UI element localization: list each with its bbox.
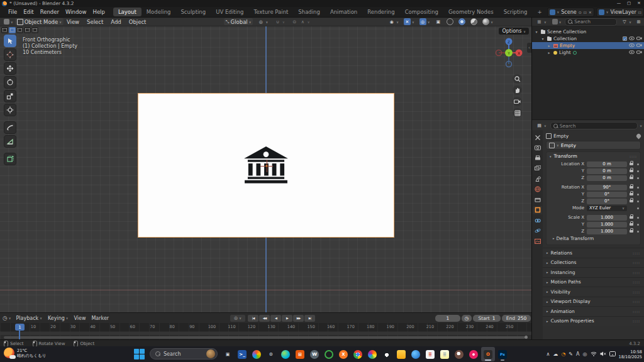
touchpad-icon[interactable] (609, 351, 616, 358)
animate-dot[interactable] (637, 207, 639, 209)
annotate-tool-button[interactable] (4, 121, 16, 134)
taskbar-app-github[interactable] (380, 347, 394, 361)
value-field[interactable]: 90° (587, 185, 627, 190)
jump-to-end-button[interactable]: ▶| (304, 315, 315, 322)
pivot-selector[interactable]: ◎∨ (255, 18, 270, 25)
value-field[interactable]: 0° (587, 199, 627, 204)
onedrive-icon[interactable]: ☁ (553, 351, 558, 357)
constraints-properties-tab[interactable] (533, 216, 542, 224)
animate-dot[interactable] (637, 200, 639, 202)
eye-icon[interactable] (629, 50, 635, 55)
workspace-tab-texture-paint[interactable]: Texture Paint (249, 8, 294, 16)
panel-section-animation[interactable]: ▸Animation:::: (543, 306, 644, 316)
auto-keying-toggle[interactable]: ◎∨ (230, 315, 245, 322)
shading-wireframe[interactable] (445, 18, 455, 25)
workspace-tab-uv-editing[interactable]: UV Editing (211, 8, 248, 16)
copy-scene-icon[interactable]: ⊡ (584, 10, 587, 14)
proportional-editing[interactable]: ⊙∧∨ (289, 18, 312, 25)
object-properties-tab[interactable] (533, 206, 542, 214)
workspace-tab-compositing[interactable]: Compositing (400, 8, 443, 16)
gizmos-toggle[interactable]: ✕∨ (402, 18, 416, 25)
snap-toggle[interactable]: ∪∨ (272, 18, 287, 25)
speaker-muted-icon[interactable] (600, 351, 606, 358)
pan-hand-icon[interactable] (513, 85, 522, 95)
measure-tool-button[interactable] (4, 135, 16, 148)
taskbar-search[interactable]: Search (150, 348, 218, 359)
shading-solid[interactable] (457, 18, 467, 25)
workspace-tab-geometry-nodes[interactable]: Geometry Nodes (443, 8, 499, 16)
viewlayer-selector[interactable]: ∨ ViewLayer ⊡ (596, 8, 644, 17)
expand-arrow[interactable]: ▸ (547, 43, 552, 48)
camera-restrict-icon[interactable] (636, 43, 642, 48)
animate-dot[interactable] (637, 194, 639, 195)
render-properties-tab[interactable] (533, 144, 542, 152)
menu-render[interactable]: Render (37, 8, 62, 16)
taskbar-app-w-app[interactable]: W (308, 347, 321, 361)
tray-orange-icon[interactable]: ◔ (561, 351, 565, 357)
taskbar-app-blue-app[interactable] (409, 347, 423, 361)
empty-image-plane[interactable] (138, 93, 394, 238)
jump-to-start-button[interactable]: |◀ (248, 315, 258, 322)
taskbar-app-edge-globe[interactable] (279, 347, 292, 361)
playhead-line[interactable] (19, 331, 20, 339)
timeline-scroll-handle[interactable] (525, 336, 528, 339)
animate-dot[interactable] (637, 217, 639, 219)
value-field[interactable]: 1.000 (587, 222, 627, 228)
play-button[interactable]: ▶ (282, 315, 292, 322)
taskbar-app-gimp[interactable] (452, 347, 466, 361)
visibility-dropdown[interactable]: ◉∨ (386, 18, 401, 25)
taskbar-app-chrome[interactable] (351, 347, 365, 361)
lock-icon[interactable] (630, 216, 634, 219)
world-properties-tab[interactable] (533, 185, 542, 194)
expand-arrow[interactable]: ▾ (540, 36, 545, 41)
taskbar-app-pink-flower-app[interactable] (467, 347, 480, 361)
outliner-row-empty[interactable]: ▸Empty (532, 42, 644, 49)
taskbar-app-copilot[interactable] (250, 347, 264, 361)
lock-icon[interactable] (630, 192, 634, 196)
mode-selector[interactable]: Object Mode∨ (15, 18, 64, 25)
stopwatch-icon[interactable]: ◷ (462, 315, 472, 322)
properties-options-caret[interactable]: ∨ (640, 124, 642, 128)
outliner-row-light[interactable]: ▸Light (532, 49, 644, 56)
mode-select[interactable]: XYZ Euler∨ (587, 206, 627, 211)
zoom-tool-icon[interactable] (513, 74, 522, 84)
close-button[interactable]: ✕ (634, 0, 644, 7)
start-button[interactable] (133, 348, 145, 360)
timeline-menu-keying[interactable]: Keying∨ (48, 315, 69, 321)
output-properties-tab[interactable] (533, 154, 542, 162)
weather-widget[interactable]: 21°C 晴れのちくもり (4, 348, 46, 358)
workspace-tab-layout[interactable]: Layout (113, 8, 142, 16)
tray-expand[interactable]: ∧ (547, 351, 550, 357)
timeline-menu-marker[interactable]: Marker (91, 315, 109, 321)
timeline-menu-playback[interactable]: Playback∨ (16, 315, 42, 321)
select-lasso-tool-icon[interactable] (24, 27, 31, 33)
timeline-scrollbar[interactable] (4, 336, 525, 339)
taskbar-app-photos[interactable] (365, 347, 379, 361)
options-button[interactable]: Options∨ (499, 28, 529, 35)
taskbar-app-settings[interactable]: ⚙ (264, 347, 278, 361)
taskbar-app-document-app[interactable]: ≣ (423, 347, 437, 361)
checkbox-icon[interactable]: ✓ (623, 36, 627, 41)
taskbar-app-notepad[interactable]: ≣ (438, 347, 452, 361)
workspace-tab-sculpting[interactable]: Sculpting (175, 8, 211, 16)
taskbar-app-store[interactable]: ⊞ (293, 347, 307, 361)
animate-dot[interactable] (637, 170, 639, 172)
camera-restrict-icon[interactable] (636, 36, 642, 41)
outliner-row-scene-collection[interactable]: ▾Scene Collection (532, 28, 644, 35)
expand-arrow[interactable]: ▸ (547, 50, 552, 55)
select-box-tool-button[interactable] (4, 35, 16, 47)
frame-start-field[interactable]: Start1 (473, 315, 501, 322)
rotate-tool-button[interactable] (4, 76, 16, 89)
play-reverse-button[interactable]: ◀ (270, 315, 281, 322)
current-frame-field[interactable]: 1 (435, 315, 460, 322)
tray-circle-icon[interactable]: ◎ (583, 351, 587, 357)
shading-material[interactable] (469, 18, 479, 25)
editor-type-button[interactable]: ∨ (2, 18, 15, 25)
previous-keyframe-button[interactable]: ◀◀ (259, 315, 270, 322)
next-keyframe-button[interactable]: ▶▶ (293, 315, 304, 322)
lock-icon[interactable] (630, 162, 634, 166)
menu-help[interactable]: Help (89, 8, 108, 16)
outliner-search[interactable]: Search (565, 18, 617, 26)
panel-section-relations[interactable]: ▸Relations:::: (543, 248, 644, 258)
pin-icon[interactable]: ⊙ (579, 10, 582, 14)
